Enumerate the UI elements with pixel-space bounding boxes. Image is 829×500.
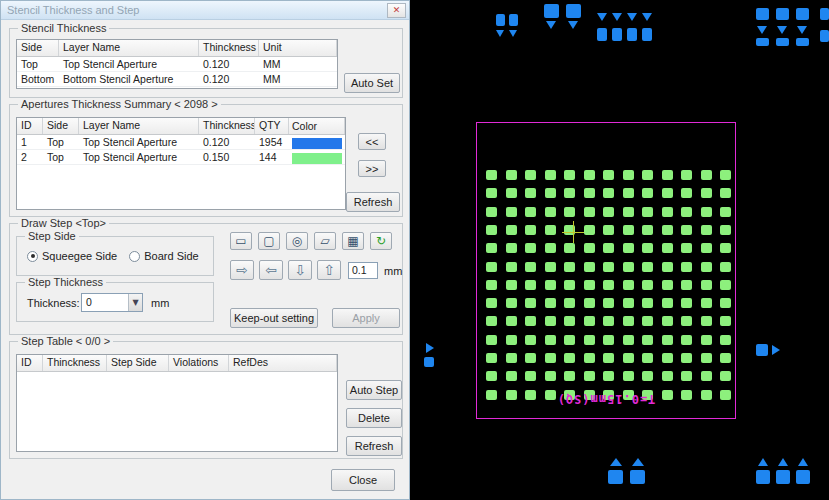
rect-tool-icon[interactable]: ▭ <box>230 232 252 250</box>
aperture-pad <box>642 170 653 180</box>
table-cell: Top Stencil Aperture <box>79 150 199 164</box>
aperture-pad <box>623 371 634 381</box>
aperture-pad <box>525 353 536 363</box>
aperture-pad <box>662 335 673 345</box>
group-label: Draw Step <Top> <box>18 217 109 229</box>
aperture-pad <box>525 371 536 381</box>
column-header[interactable]: Side <box>43 118 79 134</box>
aperture-pad <box>623 188 634 198</box>
column-header[interactable]: Side <box>17 40 59 56</box>
aperture-pad <box>564 353 575 363</box>
aperture-pad <box>603 207 614 217</box>
aperture-pad <box>681 298 692 308</box>
close-icon[interactable]: ✕ <box>387 3 406 18</box>
rounded-rect-tool-icon[interactable]: ▢ <box>258 232 280 250</box>
column-header[interactable]: Thinckness <box>43 355 107 371</box>
image-tool-icon[interactable]: ▦ <box>342 232 364 250</box>
aperture-pad <box>720 207 731 217</box>
column-header[interactable]: Thinckness <box>199 40 259 56</box>
aperture-pad <box>545 298 556 308</box>
stencil-thickness-table[interactable]: SideLayer NameThincknessUnitTopTop Stenc… <box>16 39 338 89</box>
dialog-titlebar[interactable]: Stencil Thickness and Step <box>1 1 409 20</box>
table-cell: Bottom <box>17 72 59 86</box>
aperture-pad <box>564 188 575 198</box>
aperture-pad <box>603 170 614 180</box>
chevron-down-icon[interactable]: ▼ <box>128 294 142 311</box>
table-cell: MM <box>259 72 337 86</box>
refresh-summary-button[interactable]: Refresh <box>346 192 400 212</box>
copper-pad <box>756 344 768 356</box>
close-button[interactable]: Close <box>331 469 395 491</box>
radio-squeegee-side[interactable]: Squeegee Side <box>27 250 117 262</box>
aperture-pad <box>564 262 575 272</box>
column-header[interactable]: QTY <box>255 118 289 134</box>
aperture-pad <box>681 225 692 235</box>
column-header[interactable]: ID <box>17 118 43 134</box>
column-header[interactable]: Thinckness <box>199 118 255 134</box>
aperture-pad <box>623 207 634 217</box>
table-row[interactable]: TopTop Stencil Aperture0.120MM <box>17 57 337 72</box>
arrow-up-icon[interactable]: ⇧ <box>317 260 341 280</box>
thickness-dropdown[interactable]: 0 ▼ <box>81 293 143 312</box>
aperture-pad <box>525 316 536 326</box>
copper-pad <box>642 28 652 41</box>
copper-pad <box>776 38 789 46</box>
circle-tool-icon[interactable]: ◎ <box>286 232 308 250</box>
table-row[interactable]: 1TopTop Stencil Aperture0.1201954 <box>17 135 345 150</box>
auto-set-button[interactable]: Auto Set <box>344 73 400 93</box>
aperture-pad <box>506 316 517 326</box>
apply-button[interactable]: Apply <box>332 308 400 328</box>
column-header[interactable]: Unit <box>259 40 337 56</box>
aperture-pad <box>720 390 731 400</box>
table-row[interactable]: BottomBottom Stencil Aperture0.120MM <box>17 72 337 87</box>
copper-pad <box>757 26 767 34</box>
stencil-annotation: T=0.15mm(SQ) <box>548 392 664 406</box>
radio-label: Board Side <box>144 250 198 262</box>
auto-step-button[interactable]: Auto Step <box>346 380 402 400</box>
step-table[interactable]: IDThincknessStep SideViolationsRefDes <box>16 354 338 452</box>
polygon-tool-icon[interactable]: ▱ <box>314 232 336 250</box>
move-right-button[interactable]: >> <box>358 160 386 177</box>
aperture-pad <box>662 188 673 198</box>
copper-pad <box>798 458 808 466</box>
aperture-pad <box>662 170 673 180</box>
delete-button[interactable]: Delete <box>346 408 402 428</box>
rotate-tool-icon[interactable]: ↻ <box>370 232 392 250</box>
copper-pad <box>796 8 809 20</box>
aperture-pad <box>662 316 673 326</box>
aperture-pad <box>545 316 556 326</box>
pcb-viewer[interactable]: T=0.15mm(SQ) <box>410 0 829 500</box>
column-header[interactable]: Color <box>289 118 345 134</box>
aperture-pad <box>506 188 517 198</box>
column-header[interactable]: RefDes <box>229 355 337 371</box>
aperture-pad <box>603 243 614 253</box>
column-header[interactable]: Layer Name <box>79 118 199 134</box>
aperture-pad <box>486 207 497 217</box>
offset-input[interactable]: 0.1 <box>348 262 378 279</box>
column-header[interactable]: Step Side <box>107 355 169 371</box>
copper-pad <box>509 30 517 37</box>
aperture-pad <box>486 225 497 235</box>
column-header[interactable]: Layer Name <box>59 40 199 56</box>
column-header[interactable]: ID <box>17 355 43 371</box>
aperture-pad <box>545 262 556 272</box>
aperture-pad <box>564 170 575 180</box>
keep-out-setting-button[interactable]: Keep-out setting <box>230 308 318 328</box>
aperture-pad <box>720 170 731 180</box>
table-header: SideLayer NameThincknessUnit <box>17 40 337 57</box>
aperture-pad <box>681 207 692 217</box>
aperture-pad <box>486 335 497 345</box>
apertures-summary-table[interactable]: IDSideLayer NameThincknessQTYColor1TopTo… <box>16 117 346 210</box>
refresh-step-table-button[interactable]: Refresh <box>346 436 402 456</box>
aperture-pad <box>720 280 731 290</box>
arrow-down-icon[interactable]: ⇩ <box>288 260 312 280</box>
copper-pad <box>756 38 769 46</box>
aperture-pad <box>525 280 536 290</box>
arrow-left-icon[interactable]: ⇦ <box>259 260 283 280</box>
column-header[interactable]: Violations <box>169 355 229 371</box>
arrow-right-icon[interactable]: ⇨ <box>230 260 254 280</box>
radio-board-side[interactable]: Board Side <box>129 250 198 262</box>
move-left-button[interactable]: << <box>358 133 386 150</box>
aperture-pad <box>603 316 614 326</box>
table-row[interactable]: 2TopTop Stencil Aperture0.150144 <box>17 150 345 165</box>
